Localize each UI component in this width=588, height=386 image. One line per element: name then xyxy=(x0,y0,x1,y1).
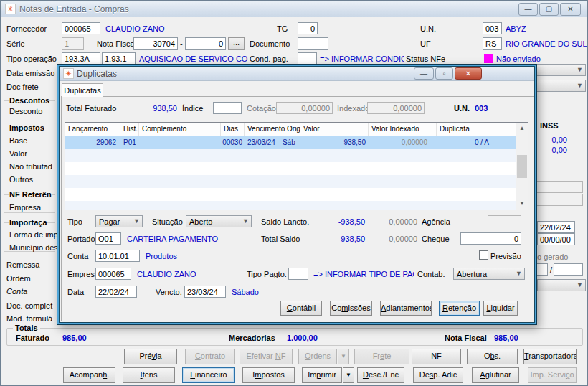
fornecedor-field[interactable]: 000065 xyxy=(62,22,100,34)
liquidar-button[interactable]: Liquidar xyxy=(483,301,518,316)
agencia-field[interactable] xyxy=(488,215,521,227)
maximize-icon[interactable]: ▢ xyxy=(539,3,559,16)
adiantamentos-button[interactable]: Adiantamentos xyxy=(380,301,432,316)
column-header-vencimento-orig[interactable]: Vencimento Orig. xyxy=(245,123,300,136)
sidebar-item-valor[interactable]: Valor xyxy=(9,149,27,159)
right-date-field-1[interactable]: 22/02/24 xyxy=(537,221,575,233)
dialog-icon: ✳ xyxy=(63,68,74,79)
table-row[interactable]: 29062P010003023/03/24Sáb-938,500,000000 … xyxy=(65,136,528,149)
table-scrollbar[interactable]: ▲ ▼ xyxy=(516,123,528,210)
sidebar-item-doc-complet[interactable]: Doc. complet xyxy=(6,301,52,311)
situacao-combo[interactable]: Aberto▼ xyxy=(186,215,252,227)
empty-table-row xyxy=(65,188,528,201)
frete-button[interactable]: Frete xyxy=(354,349,409,364)
data-field[interactable]: 22/02/24 xyxy=(95,286,137,298)
ordens-button[interactable]: Ordens xyxy=(298,349,337,364)
tg-label: TG xyxy=(277,24,288,34)
documento-field[interactable] xyxy=(298,37,328,50)
empresa-field[interactable]: 000065 xyxy=(95,268,131,280)
close-icon[interactable]: ✕ xyxy=(560,3,581,16)
cheque-field[interactable]: 0 xyxy=(460,232,521,245)
tg-field[interactable]: 0 xyxy=(298,22,318,34)
cotacao-label: Cotação xyxy=(247,104,276,113)
imp-servico-button[interactable]: Imp. Serviço xyxy=(528,367,577,383)
previa-button[interactable]: Prévia xyxy=(124,349,177,364)
tipo-combo[interactable]: Pagar▼ xyxy=(95,215,143,227)
nota-fiscal-sub-field[interactable]: 0 xyxy=(185,37,226,50)
dialog-restore-icon[interactable]: ▫ xyxy=(435,67,453,80)
desc-enc-button[interactable]: Desc./Enc xyxy=(357,367,404,383)
contrato-button[interactable]: Contrato xyxy=(185,349,235,364)
previsao-checkbox[interactable] xyxy=(479,250,488,260)
aglutinar-button[interactable]: Aglutinar xyxy=(472,367,519,383)
sidebar-item-remessa[interactable]: Remessa xyxy=(6,260,39,270)
sidebar-item-doc-frete[interactable]: Doc frete xyxy=(6,83,39,92)
duplicatas-table[interactable]: LançamentoHist.ComplementoDiasVencimento… xyxy=(65,122,528,210)
sidebar-item-mod-formula[interactable]: Mod. formulá xyxy=(6,314,52,324)
ordens-dropdown-arrow-icon[interactable]: ▼ xyxy=(338,349,349,364)
financeiro-button[interactable]: Financeiro xyxy=(182,367,235,383)
sidebar-item-outros[interactable]: Outros xyxy=(9,175,33,184)
tipo-operacao-field1[interactable]: 193.3A xyxy=(62,52,100,65)
sidebar-item-nao-tributad[interactable]: Não tributad xyxy=(9,162,52,171)
dialog-minimize-icon[interactable]: — xyxy=(414,67,434,80)
scroll-down-icon[interactable]: ▼ xyxy=(516,198,528,210)
sidebar-item-ordem[interactable]: Ordem xyxy=(6,274,31,283)
sidebar-item-municipio-des[interactable]: Município des xyxy=(9,243,58,253)
scroll-up-icon[interactable]: ▲ xyxy=(516,123,528,134)
nf-referencia-button[interactable]: NF Referência xyxy=(412,349,461,364)
saldo-lancto-indexado: 0,00000 xyxy=(370,217,417,227)
contabil-button[interactable]: Contábil xyxy=(280,301,322,316)
cell-lancamento: 29062 xyxy=(65,136,120,149)
indice-label: Índice xyxy=(182,104,203,113)
impostos-button[interactable]: Impostos xyxy=(242,367,295,383)
browse-button[interactable]: ... xyxy=(228,37,245,50)
sidebar-item-desconto[interactable]: Desconto xyxy=(9,107,42,116)
cond-pag-field[interactable] xyxy=(298,52,317,65)
column-header-complemento[interactable]: Complemento xyxy=(139,123,221,136)
un-field[interactable]: 003 xyxy=(483,22,502,34)
indice-field[interactable] xyxy=(213,102,242,114)
nota-fiscal-field[interactable]: 30704 xyxy=(133,37,178,50)
contab-combo[interactable]: Abertura▼ xyxy=(453,268,525,280)
column-header-valor[interactable]: Valor xyxy=(300,123,369,136)
dialog-close-icon[interactable]: ✕ xyxy=(455,67,482,80)
right-combo-3[interactable]: ▼ xyxy=(537,279,586,291)
imprimir-button[interactable]: Imprimir xyxy=(302,367,342,383)
itens-button[interactable]: Itens xyxy=(123,367,175,383)
right-date-field-2[interactable]: 00/00/00 xyxy=(537,233,575,245)
column-header-hist[interactable]: Hist. xyxy=(120,123,139,136)
tipo-operacao-desc: AQUISICAO DE SERVICO COM RETEI xyxy=(139,55,248,64)
tipo-operacao-field2[interactable]: 1.93.1 xyxy=(102,52,136,65)
saldo-lancto-label: Saldo Lancto. xyxy=(261,217,309,227)
obs-button[interactable]: Obs. xyxy=(467,349,518,364)
column-header-valor-indexado[interactable]: Valor Indexado xyxy=(369,123,437,136)
minimize-icon[interactable]: — xyxy=(518,3,538,16)
imprimir-dropdown-arrow-icon[interactable]: ▼ xyxy=(343,367,354,383)
sidebar-item-conta[interactable]: Conta xyxy=(6,287,27,296)
sidebar-item-data-emissao[interactable]: Data emissão xyxy=(6,69,54,78)
sidebar-item-empresa[interactable]: Empresa xyxy=(9,203,41,212)
efetivar-nf-button[interactable]: Efetivar NF xyxy=(240,349,293,364)
comissoes-button[interactable]: Comissões xyxy=(330,301,372,316)
transportadora-button[interactable]: Transportadora xyxy=(523,349,577,364)
portador-field[interactable]: O01 xyxy=(95,232,121,245)
sidebar-item-base[interactable]: Base xyxy=(9,136,27,146)
scroll-thumb[interactable] xyxy=(517,155,527,178)
desp-adic-button[interactable]: Desp. Adic xyxy=(413,367,463,383)
main-titlebar: ✳ Notas de Entrada - Compras — ▢ ✕ xyxy=(1,1,587,17)
conta-field[interactable]: 10.01.01 xyxy=(95,250,140,262)
column-header-duplicata[interactable]: Duplicata xyxy=(437,123,517,136)
column-header-dias[interactable]: Dias xyxy=(221,123,245,136)
tipo-pagto-field[interactable] xyxy=(288,268,308,280)
vencto-field[interactable]: 23/03/24 xyxy=(184,286,226,298)
column-header-lancamento[interactable]: Lançamento xyxy=(65,123,120,136)
acompanh-button[interactable]: Acompanh. xyxy=(63,367,115,383)
uf-field[interactable]: RS xyxy=(483,37,502,50)
slash-label: / xyxy=(550,265,552,275)
retencao-button[interactable]: Retenção xyxy=(439,301,480,316)
sidebar-item-forma-de-imp[interactable]: Forma de imp xyxy=(9,230,58,240)
right-small-field-2[interactable] xyxy=(554,263,583,276)
tab-duplicatas[interactable]: Duplicatas xyxy=(62,83,103,97)
portador-name: CARTEIRA PAGAMENTO xyxy=(127,235,218,244)
